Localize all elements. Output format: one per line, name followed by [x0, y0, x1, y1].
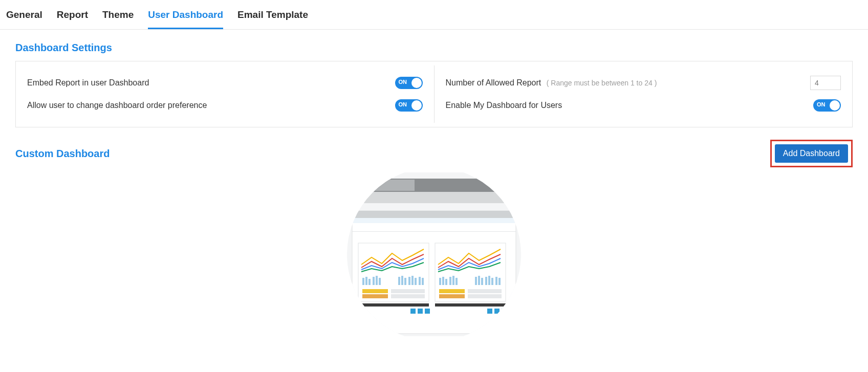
svg-rect-26	[391, 289, 425, 293]
svg-rect-14	[376, 276, 378, 285]
custom-dashboard-title: Custom Dashboard	[15, 148, 110, 160]
tab-user-dashboard[interactable]: User Dashboard	[148, 9, 223, 29]
svg-rect-4	[357, 192, 511, 203]
svg-rect-33	[439, 278, 441, 285]
svg-rect-19	[408, 277, 410, 285]
highlighted-add-dashboard-area: Add Dashboard	[770, 140, 853, 167]
custom-dashboard-header: Custom Dashboard Add Dashboard	[15, 140, 853, 167]
dashboard-settings-panel: Embed Report in user Dashboard ON Allow …	[15, 61, 853, 127]
svg-rect-7	[352, 218, 516, 223]
setting-num-allowed-label: Number of Allowed Report	[446, 78, 541, 87]
input-num-allowed[interactable]	[810, 76, 841, 90]
tab-general[interactable]: General	[6, 9, 42, 29]
setting-enable-my-dashboard: Enable My Dashboard for Users ON	[446, 94, 841, 117]
add-dashboard-button[interactable]: Add Dashboard	[775, 144, 848, 163]
setting-allow-order: Allow user to change dashboard order pre…	[27, 94, 423, 117]
toggle-knob	[411, 78, 422, 88]
dashboard-settings-title: Dashboard Settings	[15, 42, 868, 54]
toggle-on-text: ON	[399, 79, 407, 85]
svg-rect-36	[449, 277, 451, 285]
svg-rect-28	[358, 303, 429, 307]
svg-rect-21	[415, 278, 417, 285]
svg-rect-18	[404, 278, 406, 285]
setting-num-allowed: Number of Allowed Report ( Range must be…	[446, 72, 841, 94]
svg-rect-44	[491, 278, 493, 285]
svg-rect-15	[379, 278, 381, 285]
toggle-on-text: ON	[817, 101, 826, 107]
svg-rect-12	[368, 279, 371, 285]
toggle-on-text: ON	[399, 101, 407, 107]
toggle-embed-report[interactable]: ON	[395, 77, 423, 89]
tab-bar: General Report Theme User Dashboard Emai…	[0, 0, 868, 30]
tab-theme[interactable]: Theme	[102, 9, 134, 29]
svg-rect-16	[398, 277, 400, 285]
toggle-knob	[830, 100, 840, 111]
svg-rect-34	[442, 277, 444, 285]
svg-rect-54	[502, 309, 507, 314]
svg-rect-42	[485, 277, 487, 285]
svg-rect-37	[452, 276, 454, 285]
svg-rect-27	[391, 294, 425, 298]
svg-rect-13	[373, 277, 375, 285]
svg-rect-50	[468, 294, 502, 298]
settings-col-left: Embed Report in user Dashboard ON Allow …	[16, 65, 434, 123]
svg-rect-11	[365, 277, 367, 285]
svg-rect-39	[475, 277, 477, 285]
svg-rect-53	[494, 309, 500, 314]
svg-rect-29	[410, 309, 416, 314]
svg-rect-35	[445, 279, 447, 285]
svg-rect-48	[439, 294, 465, 298]
svg-rect-47	[439, 289, 465, 293]
setting-allow-order-label: Allow user to change dashboard order pre…	[27, 101, 207, 110]
svg-rect-6	[352, 211, 516, 218]
svg-rect-8	[352, 231, 516, 232]
svg-rect-25	[362, 294, 388, 298]
svg-rect-51	[435, 303, 506, 307]
svg-rect-41	[481, 278, 483, 285]
svg-rect-24	[362, 289, 388, 293]
svg-rect-10	[362, 278, 364, 285]
settings-col-right: Number of Allowed Report ( Range must be…	[434, 65, 853, 123]
tab-report[interactable]: Report	[57, 9, 88, 29]
svg-rect-40	[478, 276, 480, 285]
dashboard-illustration-svg	[342, 172, 526, 336]
toggle-enable-my-dashboard[interactable]: ON	[813, 99, 841, 112]
svg-rect-30	[418, 309, 423, 314]
svg-rect-23	[422, 278, 424, 285]
svg-rect-46	[498, 278, 501, 285]
svg-rect-3	[368, 180, 415, 191]
svg-rect-17	[401, 276, 403, 285]
setting-num-allowed-hint: ( Range must be between 1 to 24 )	[547, 79, 657, 87]
svg-rect-45	[495, 277, 497, 285]
tab-email-template[interactable]: Email Template	[237, 9, 308, 29]
svg-rect-22	[419, 277, 421, 285]
toggle-knob	[411, 100, 422, 111]
setting-embed-report-label: Embed Report in user Dashboard	[27, 78, 149, 87]
dashboard-illustration	[0, 172, 868, 336]
setting-embed-report: Embed Report in user Dashboard ON	[27, 72, 423, 94]
svg-rect-20	[411, 276, 414, 285]
svg-rect-52	[487, 309, 492, 314]
svg-rect-31	[425, 309, 430, 314]
toggle-allow-order[interactable]: ON	[395, 99, 423, 112]
setting-enable-my-dashboard-label: Enable My Dashboard for Users	[446, 101, 562, 110]
svg-rect-49	[468, 289, 502, 293]
svg-rect-38	[455, 278, 458, 285]
setting-num-allowed-labelwrap: Number of Allowed Report ( Range must be…	[446, 78, 657, 87]
svg-rect-43	[488, 276, 490, 285]
